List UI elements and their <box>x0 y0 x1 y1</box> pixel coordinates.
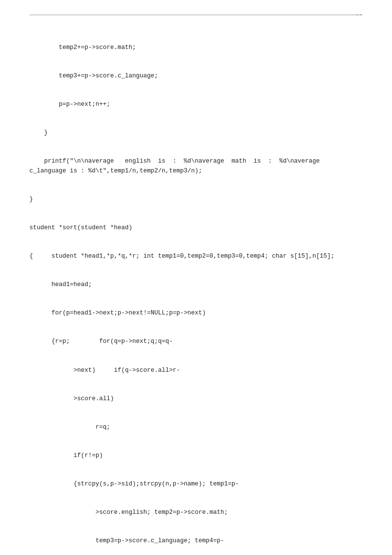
code-line: printf("\n\naverage english is : %d\nave… <box>29 157 363 176</box>
code-line: { student *head1,*p,*q,*r; int temp1=0,t… <box>29 252 363 261</box>
code-line: for(p=head1->next;p->next!=NULL;p=p->nex… <box>29 309 363 318</box>
code-line: temp2+=p->score.math; <box>29 43 363 52</box>
code-line: >score.all) <box>29 394 363 404</box>
top-dots: .. <box>356 10 363 17</box>
page-container: .. temp2+=p->score.math; temp3+=p->score… <box>0 0 392 555</box>
code-line: >next) if(q->score.all>r- <box>29 366 363 375</box>
top-border: .. <box>29 15 363 15</box>
code-line: student *sort(student *head) <box>29 223 363 233</box>
code-line: p=p->next;n++; <box>29 100 363 109</box>
code-line: } <box>29 195 363 204</box>
code-line: if(r!=p) <box>29 451 363 460</box>
code-line: temp3=p->score.c_language; temp4=p- <box>29 536 363 546</box>
code-line: {strcpy(s,p->sid);strcpy(n,p->name); tem… <box>29 480 363 489</box>
code-line: {r=p; for(q=p->next;q;q=q- <box>29 337 363 346</box>
code-line: >score.english; temp2=p->score.math; <box>29 508 363 517</box>
code-line: } <box>29 128 363 138</box>
code-block: temp2+=p->score.math; temp3+=p->score.c_… <box>29 24 363 555</box>
code-line: temp3+=p->score.c_language; <box>29 72 363 81</box>
code-line: head1=head; <box>29 280 363 290</box>
code-line: r=q; <box>29 423 363 432</box>
